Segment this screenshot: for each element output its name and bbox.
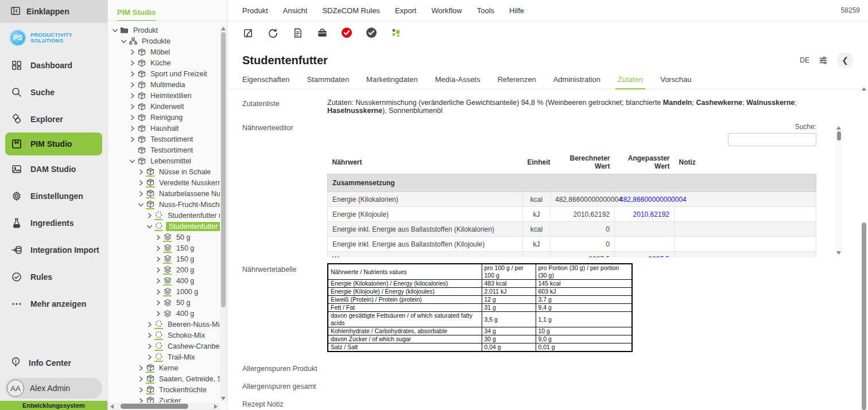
briefcase-icon[interactable] [316,27,328,38]
nutrient-note-cell[interactable] [675,207,816,222]
tree-item-m-bel[interactable]: Möbel [108,46,227,57]
search-input[interactable] [728,133,816,146]
tree-expander-chevron-down-icon[interactable] [138,201,144,208]
tree-expander-chevron-right-icon[interactable] [129,126,136,131]
column-header-berechneter-wert[interactable]: Berechneter Wert [551,151,615,174]
document-icon[interactable] [292,27,303,38]
scroll-right-icon[interactable] [214,404,218,409]
tree-item-studentenfutter-mi[interactable]: Studentenfutter mi [108,210,227,221]
sidebar-item-ingredients[interactable]: Ingredients [0,209,107,236]
scroll-up-icon[interactable] [221,27,226,30]
scroll-up-icon[interactable] [862,87,866,91]
tree-expander-chevron-right-icon[interactable] [129,115,136,120]
sidebar-item-info-center[interactable]: Info Center [0,352,107,374]
tree-expander-chevron-right-icon[interactable] [137,191,145,197]
tree-expander-chevron-right-icon[interactable] [154,300,162,306]
tree-expander-chevron-right-icon[interactable] [129,60,136,66]
menu-workflow[interactable]: Workflow [431,6,462,15]
sidebar-item-einstellungen[interactable]: Einstellungen [0,182,107,209]
tree-item-trockenfr-chte[interactable]: Trockenfrüchte [108,384,227,395]
tree-item-cashew-cranberry-[interactable]: Cashew-Cranberry- [108,341,227,352]
tree-expander-chevron-right-icon[interactable] [154,235,162,240]
main-scrollbar-thumb[interactable] [862,222,866,410]
tree-expander-chevron-right-icon[interactable] [137,376,145,382]
menu-hilfe[interactable]: Hilfe [509,6,524,15]
tree-item-kerne[interactable]: Kerne [108,362,227,373]
menu-ansicht[interactable]: Ansicht [283,6,308,15]
tree-item-trail-mix[interactable]: Trail-Mix [108,352,227,362]
refresh-icon[interactable] [267,27,278,38]
scroll-up-icon[interactable] [836,126,841,130]
nutrient-note-cell[interactable] [675,192,816,207]
tree-expander-chevron-right-icon[interactable] [129,104,136,110]
main-vertical-scrollbar[interactable] [861,85,867,410]
sidebar-item-mehr-anzeigen[interactable]: Mehr anzeigen [0,290,107,317]
column-header-angepasster-wert[interactable]: Angepasster Wert [615,151,675,174]
tree-vertical-scrollbar[interactable] [220,25,227,402]
tree-expander-chevron-right-icon[interactable] [146,322,153,327]
sidebar-item-pim-studio[interactable]: PIM Studio [5,132,102,155]
tree-item-schoko-mix[interactable]: Schoko-Mix [108,330,227,341]
nutrient-note-cell[interactable] [675,222,816,237]
tree-expander-chevron-down-icon[interactable] [113,26,118,34]
tab-administration[interactable]: Administration [553,75,600,89]
tree-expander-chevron-down-icon[interactable] [121,37,127,45]
user-menu[interactable]: AA Alex Admin [5,378,102,399]
tree-scrollbar-thumb[interactable] [221,32,226,307]
tab-media-assets[interactable]: Media-Assets [435,75,480,89]
tree-item-kinderwelt[interactable]: Kinderwelt [108,101,227,112]
editor-scrollbar-thumb[interactable] [837,131,841,140]
tree-horizontal-scrollbar[interactable] [108,403,220,410]
tree-item-50-g[interactable]: 50 g [108,297,227,308]
tree-expander-chevron-right-icon[interactable] [137,365,145,371]
nutrient-note-cell[interactable] [675,237,816,252]
tab-eigenschaften[interactable]: Eigenschaften [242,75,289,89]
menu-sdzecom-rules[interactable]: SDZeCOM Rules [322,6,379,15]
tree-expander-chevron-down-icon[interactable] [130,157,135,165]
tree-item-studentenfutter[interactable]: Studentenfutter [108,221,227,232]
tree-expander-chevron-right-icon[interactable] [129,93,136,99]
tree-item-150-g[interactable]: 150 g [108,243,227,253]
tree-expander-chevron-right-icon[interactable] [137,169,145,175]
tree-item-nuss-frucht-mischung[interactable]: Nuss-Frucht-Mischung [108,199,227,210]
tree-expander-chevron-right-icon[interactable] [154,289,162,295]
tree-item-haushalt[interactable]: Haushalt [108,123,227,134]
sidebar-item-dashboard[interactable]: Dashboard [0,52,107,79]
tree-expander-chevron-right-icon[interactable] [146,213,153,218]
tree-expander-chevron-right-icon[interactable] [154,245,162,251]
sidebar-item-integration-import[interactable]: Integration Import [0,236,107,263]
nutrient-adjusted-cell[interactable]: 482,86600000000004 [615,192,675,207]
tree-item-400-g[interactable]: 400 g [108,308,227,319]
nutrient-adjusted-cell[interactable]: 2010,62192 [615,207,675,222]
tree-tab-pim-studio[interactable]: PIM Studio [108,0,227,20]
language-selector[interactable]: DE [800,56,809,64]
tree-expander-chevron-right-icon[interactable] [146,343,153,349]
menu-export[interactable]: Export [395,6,417,15]
tree-expander-chevron-right-icon[interactable] [129,49,136,55]
tree-expander-chevron-right-icon[interactable] [154,267,162,273]
sidebar-item-suche[interactable]: Suche [0,79,107,106]
tree-hscrollbar-thumb[interactable] [121,404,188,409]
tree-item-200-g[interactable]: 200 g [108,264,227,275]
nutrient-note-cell[interactable] [675,252,816,258]
tree-item-reinigung[interactable]: Reinigung [108,112,227,123]
edit-icon[interactable] [242,27,254,38]
tab-zutaten[interactable]: Zutaten [618,75,643,89]
tree-expander-chevron-right-icon[interactable] [146,354,153,360]
tab-stammdaten[interactable]: Stammdaten [307,75,349,89]
tree-item-testsortiment[interactable]: Testsortiment [108,145,227,155]
tree-item-naturbelassene-nussk[interactable]: Naturbelassene Nussk [108,188,227,199]
tree-expander-chevron-down-icon[interactable] [147,222,153,230]
tree-item-50-g[interactable]: 50 g [108,232,227,243]
scroll-down-icon[interactable] [836,251,841,255]
column-header-einheit[interactable]: Einheit [523,151,551,174]
tree-expander-chevron-right-icon[interactable] [154,311,162,317]
tree-expander-chevron-right-icon[interactable] [146,333,153,338]
tree-item-saaten-getreide-sons[interactable]: Saaten, Getreide, Sons [108,373,227,384]
tree-item-sport-und-freizeit[interactable]: Sport und Freizeit [108,68,227,79]
menu-produkt[interactable]: Produkt [242,6,268,15]
editor-vertical-scrollbar[interactable] [835,125,843,256]
tree-item-1000-g[interactable]: 1000 g [108,286,227,297]
check-red-icon[interactable] [341,27,352,38]
tree-expander-chevron-right-icon[interactable] [137,180,145,186]
